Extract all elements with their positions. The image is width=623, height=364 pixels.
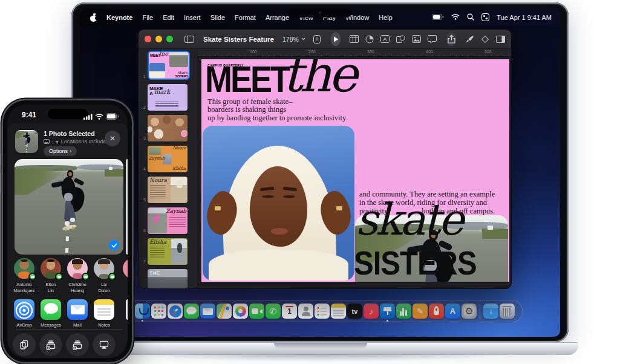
media-icon[interactable] bbox=[412, 35, 421, 43]
trash-dock-icon[interactable] bbox=[500, 304, 515, 319]
downloads-dock-icon[interactable] bbox=[483, 304, 498, 319]
menu-slide[interactable]: Slide bbox=[210, 14, 225, 21]
contact-liz[interactable]: LizDizon bbox=[91, 258, 117, 294]
chart-icon[interactable] bbox=[365, 35, 374, 44]
calendar-dock-icon[interactable]: 1 bbox=[282, 304, 297, 319]
slide-6-thumbnail[interactable]: Zaynab bbox=[148, 207, 188, 234]
control-center-icon[interactable] bbox=[481, 13, 489, 22]
slide-outro-script: skate bbox=[356, 198, 462, 241]
zoom-window-button[interactable] bbox=[166, 36, 173, 42]
tv-dock-icon[interactable] bbox=[347, 304, 362, 319]
settings-dock-icon[interactable] bbox=[462, 304, 477, 319]
facetime-dock-icon[interactable] bbox=[249, 304, 264, 319]
text-box-icon[interactable]: A bbox=[380, 35, 390, 43]
animate-icon[interactable] bbox=[481, 35, 489, 44]
airplay-action-button[interactable] bbox=[91, 333, 117, 356]
slide-thumbnail-row[interactable]: 1 MEET the skate SISTERS bbox=[139, 51, 197, 80]
music-dock-icon[interactable] bbox=[364, 304, 379, 319]
portrait-photo[interactable] bbox=[203, 126, 354, 281]
sidebar-toggle-icon[interactable] bbox=[184, 36, 194, 43]
slide-thumbnail-row[interactable]: THE skate bbox=[139, 269, 197, 288]
airdrop-share-app[interactable]: AirDrop bbox=[11, 299, 38, 328]
apple-menu-icon[interactable] bbox=[90, 14, 97, 22]
macbook-notch bbox=[288, 9, 352, 18]
keynote-dock-icon[interactable] bbox=[380, 304, 395, 319]
contacts-dock-icon[interactable] bbox=[298, 304, 313, 319]
contact-elton[interactable]: EltonLin bbox=[38, 258, 64, 294]
copy-action-button[interactable] bbox=[11, 333, 38, 356]
menu-insert[interactable]: Insert bbox=[184, 14, 201, 21]
finder-dock-icon[interactable] bbox=[135, 304, 150, 319]
options-button[interactable]: Options › bbox=[44, 146, 77, 156]
share-icon[interactable] bbox=[446, 32, 456, 46]
phone-dock-icon[interactable] bbox=[266, 304, 281, 319]
battery-icon[interactable] bbox=[432, 14, 444, 21]
pages-dock-icon[interactable] bbox=[413, 304, 428, 319]
search-icon[interactable] bbox=[467, 13, 474, 22]
slide-4-thumbnail[interactable]: Noura Zaynab Elisha bbox=[148, 146, 188, 172]
maps-dock-icon[interactable] bbox=[217, 304, 232, 319]
format-brush-icon[interactable] bbox=[466, 35, 474, 44]
slide-5-thumbnail[interactable]: Noura bbox=[148, 177, 188, 203]
photos-dock-icon[interactable] bbox=[233, 304, 248, 319]
rocket-dock-icon[interactable] bbox=[429, 304, 444, 319]
insert-slide-icon[interactable]: + bbox=[313, 35, 321, 44]
menu-keynote[interactable]: Keynote bbox=[106, 14, 132, 21]
table-icon[interactable] bbox=[350, 35, 359, 43]
notes-share-app[interactable]: Notes bbox=[91, 299, 117, 328]
next-app-edge[interactable] bbox=[126, 299, 128, 320]
slide-thumbnail-row[interactable]: 3 bbox=[139, 115, 197, 141]
wifi-icon[interactable] bbox=[451, 14, 460, 21]
messages-share-app[interactable]: Messages bbox=[38, 299, 64, 328]
close-window-button[interactable] bbox=[145, 36, 151, 42]
battery-icon bbox=[106, 111, 119, 122]
slide-1-thumbnail[interactable]: MEET the skate SISTERS bbox=[149, 52, 189, 79]
slide-canvas: 100200300400500 CAMPUS QUARTERLY MEET th… bbox=[198, 49, 511, 288]
slide-thumbnail-row[interactable]: 4 Noura Zaynab Elisha bbox=[139, 146, 197, 172]
messages-badge-icon bbox=[108, 273, 116, 281]
selected-photo[interactable] bbox=[15, 159, 123, 255]
numbers-dock-icon[interactable] bbox=[396, 304, 411, 319]
save-image-action-button[interactable] bbox=[38, 333, 64, 356]
running-indicator bbox=[142, 320, 143, 322]
shape-icon[interactable] bbox=[396, 35, 405, 43]
menu-file[interactable]: File bbox=[142, 14, 153, 21]
photo-thumbnail bbox=[15, 130, 38, 153]
slide-3-thumbnail[interactable] bbox=[148, 115, 188, 141]
next-photo-edge[interactable] bbox=[126, 159, 128, 255]
menu-help[interactable]: Help bbox=[379, 14, 393, 21]
menu-edit[interactable]: Edit bbox=[163, 14, 174, 21]
slide-2-thumbnail[interactable]: MAKE A mark bbox=[148, 84, 188, 111]
selected-slide-highlight: MEET the skate SISTERS bbox=[148, 51, 190, 80]
zoom-control[interactable]: 178% bbox=[282, 36, 305, 43]
slide-thumbnail-row[interactable]: 7 Elisha bbox=[139, 238, 197, 265]
menu-bar-clock[interactable]: Tue Apr 1 9:41 AM bbox=[497, 14, 552, 21]
add-to-album-action-button[interactable] bbox=[64, 333, 91, 356]
reminders-dock-icon[interactable] bbox=[315, 304, 330, 319]
mail-share-app[interactable]: Mail bbox=[64, 299, 91, 328]
messages-dock-icon[interactable] bbox=[184, 304, 199, 319]
document-panel-icon[interactable] bbox=[496, 36, 505, 43]
play-icon[interactable] bbox=[331, 32, 341, 46]
launchpad-dock-icon[interactable] bbox=[151, 304, 166, 319]
mail-dock-icon[interactable] bbox=[200, 304, 215, 319]
iphone-screen: 9:41 1 Photo Selected · ➤ Location Is In… bbox=[7, 105, 128, 358]
slide-7-thumbnail[interactable]: Elisha bbox=[148, 238, 188, 265]
contact-christine[interactable]: ChristineHuang bbox=[64, 258, 91, 294]
minimize-window-button[interactable] bbox=[155, 36, 162, 42]
slide-8-thumbnail[interactable]: THE skate bbox=[148, 269, 188, 288]
menu-format[interactable]: Format bbox=[235, 14, 256, 21]
contact-name: EltonLin bbox=[45, 282, 56, 294]
ruler-mark: 100 bbox=[250, 50, 257, 54]
menu-arrange[interactable]: Arrange bbox=[266, 14, 289, 21]
slide-thumbnail-row[interactable]: 2 MAKE A mark bbox=[139, 84, 197, 111]
current-slide[interactable]: CAMPUS QUARTERLY MEET the This group of … bbox=[201, 59, 509, 282]
comment-icon[interactable] bbox=[428, 35, 437, 43]
close-button[interactable]: ✕ bbox=[105, 131, 120, 146]
safari-dock-icon[interactable] bbox=[168, 304, 183, 319]
notes-dock-icon[interactable] bbox=[331, 304, 346, 319]
appstore-dock-icon[interactable] bbox=[445, 304, 460, 319]
contact-antonio[interactable]: AntonioManriquez bbox=[11, 258, 38, 294]
slide-thumbnail-row[interactable]: 6 Zaynab bbox=[139, 207, 197, 234]
slide-thumbnail-row[interactable]: 5 Noura bbox=[139, 177, 197, 203]
